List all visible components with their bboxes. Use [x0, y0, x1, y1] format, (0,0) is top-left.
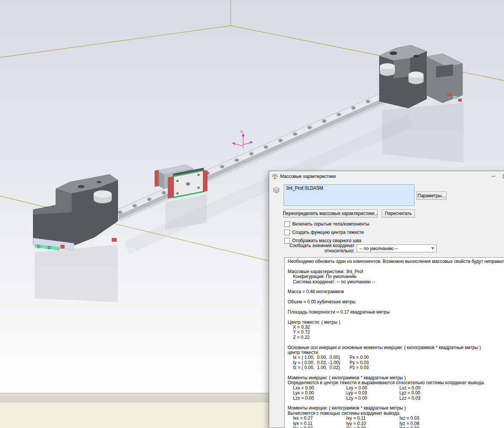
- mass-line: Масса = 0.48 килограммов: [285, 289, 504, 294]
- report-coords-label-line1: Сообщать значения координат: [283, 243, 354, 248]
- blank-line: [285, 264, 504, 269]
- end-block-right: [379, 45, 462, 108]
- ixz: Ixz = 0.03: [399, 416, 453, 421]
- lyy: Lyy = 0.03: [346, 391, 399, 396]
- lxz: Lxz = 0.00: [399, 386, 453, 391]
- inertia-cm-header: Моменты инерции: ( килограммов * квадрат…: [285, 375, 504, 380]
- dropdown-value: -- по умолчанию --: [359, 246, 430, 251]
- moment-px: Px = 0.00: [350, 355, 403, 360]
- assembly-icon: [273, 186, 280, 194]
- inertia-cm-subheader: Определяются в центре тяжести и выравнив…: [285, 380, 504, 385]
- principal-subheader: центр тяжести: [285, 350, 504, 355]
- lxx: Lxx = 0.00: [293, 386, 346, 391]
- summary-title: Массовые характеристики: 3nt_Prof: [285, 269, 504, 274]
- blank-line: [285, 284, 504, 289]
- cog-z: Z = 0.22: [285, 335, 504, 340]
- lyx: Lyx = 0.00: [293, 391, 346, 396]
- mass-properties-dialog: Массовые характеристики 3nt_Prof.SLDASM …: [269, 171, 504, 428]
- inertia-out-row: Iyx = 0.11 Iyy = 0.10 Iyz = 0.08: [285, 421, 504, 426]
- iyx: Iyx = 0.11: [293, 421, 346, 426]
- inertia-out-header: Моменты инерции: ( килограммов * квадрат…: [285, 406, 504, 411]
- principal-row: Iz = ( 0.00, 1.00, 0.02) Pz = 0.03: [285, 365, 504, 370]
- minimize-button[interactable]: [488, 173, 499, 180]
- checkbox-include-hidden[interactable]: Включить скрытые тела/компоненты: [284, 221, 369, 227]
- cog-y: Y = 0.72: [285, 330, 504, 335]
- cog-x: X = 0.32: [285, 325, 504, 330]
- checkbox-box-icon[interactable]: [284, 221, 290, 227]
- report-coords-label-line2: относительно:: [283, 248, 354, 253]
- warning-text: Необходимо обновить один из компонентов.…: [285, 259, 504, 264]
- checkbox-label: Отображать массу сварного шва: [292, 238, 361, 243]
- dialog-title: Массовые характеристики: [280, 174, 336, 179]
- blank-line: [285, 295, 504, 300]
- blank-line: [285, 315, 504, 320]
- report-coords-label: Сообщать значения координат относительно…: [283, 243, 354, 253]
- document-name[interactable]: 3nt_Prof.SLDASM: [285, 185, 324, 191]
- checkbox-label: Создать функцию центра тяжести: [292, 230, 364, 235]
- checkbox-create-cog-feature[interactable]: Создать функцию центра тяжести: [284, 229, 364, 235]
- moment-py: Py = 0.03: [350, 360, 403, 365]
- volume-line: Объем = 0.00 кубические метры: [285, 300, 504, 304]
- axis-ix: Ix = ( 1.00, 0.00, 0.00): [293, 355, 350, 360]
- axis-iy: Iy = ( 0.00, 0.02, -1.00): [293, 360, 350, 365]
- override-mass-properties-button[interactable]: Переопределить массовые характеристики..…: [284, 209, 378, 218]
- blank-line: [285, 401, 504, 406]
- maximize-button[interactable]: [499, 173, 504, 180]
- end-block-left: [33, 175, 118, 250]
- inertia-cm-row: Lxx = 0.00 Lxy = 0.00 Lxz = 0.00: [285, 386, 504, 391]
- minimize-icon: [492, 176, 495, 176]
- mass-properties-icon: [272, 173, 278, 179]
- dialog-titlebar[interactable]: Массовые характеристики: [269, 171, 504, 181]
- surface-area-line: Площадь поверхности = 0.17 квадратные ме…: [285, 310, 504, 315]
- blank-line: [285, 371, 504, 375]
- configuration-line: Конфигурация: По умолчанию: [285, 274, 504, 279]
- lzx: Lzx = 0.00: [293, 396, 346, 401]
- inertia-cm-row: Lyx = 0.00 Lyy = 0.03 Lyz = 0.00: [285, 391, 504, 396]
- izz: Izz = 0.33: [399, 426, 453, 428]
- lxy: Lxy = 0.00: [346, 386, 399, 391]
- iyy: Iyy = 0.10: [346, 421, 399, 426]
- chevron-down-icon: [431, 247, 434, 249]
- inertia-out-row: Izx = 0.03 Izy = 0.08 Izz = 0.33: [285, 426, 504, 428]
- iyz: Iyz = 0.08: [399, 421, 453, 426]
- blank-line: [285, 340, 504, 345]
- inertia-cm-row: Lzx = 0.00 Lzy = 0.00 Lzz = 0.03: [285, 396, 504, 401]
- results-panel[interactable]: Необходимо обновить один из компонентов.…: [284, 257, 504, 428]
- recalculate-button[interactable]: Пересчитать: [382, 209, 415, 218]
- lzy: Lzy = 0.00: [346, 396, 399, 401]
- maximize-icon: [503, 175, 504, 178]
- principal-row: Ix = ( 1.00, 0.00, 0.00) Px = 0.00: [285, 355, 504, 360]
- ixy: Ixy = 0.11: [346, 416, 399, 421]
- ixx: Ixx = 0.27: [293, 416, 346, 421]
- options-button[interactable]: Параметры...: [416, 192, 447, 200]
- coord-system-line: Система координат: -- по умолчанию --: [285, 280, 504, 284]
- izy: Izy = 0.08: [346, 426, 399, 428]
- lyz: Lyz = 0.00: [399, 391, 453, 396]
- blank-line: [285, 305, 504, 310]
- cog-header: Центр тяжести: ( метры ): [285, 320, 504, 325]
- principal-header: Основные оси инерции и основные моменты …: [285, 345, 504, 350]
- inertia-out-row: Ixx = 0.27 Ixy = 0.11 Ixz = 0.03: [285, 416, 504, 421]
- principal-row: Iy = ( 0.00, 0.02, -1.00) Py = 0.03: [285, 360, 504, 365]
- inertia-out-subheader: Вычисляется с помощью системы координат …: [285, 411, 504, 416]
- coordinate-triad: Iz: [232, 130, 253, 148]
- checkbox-label: Включить скрытые тела/компоненты: [292, 221, 369, 227]
- lzz: Lzz = 0.03: [399, 396, 453, 401]
- checkbox-box-icon[interactable]: [284, 230, 290, 235]
- coordinate-system-dropdown[interactable]: -- по умолчанию --: [357, 244, 437, 252]
- triad-axis-label: Iz: [240, 130, 243, 134]
- izx: Izx = 0.03: [293, 426, 346, 428]
- axis-iz: Iz = ( 0.00, 1.00, 0.02): [293, 365, 350, 370]
- document-list[interactable]: 3nt_Prof.SLDASM: [284, 184, 415, 206]
- moment-pz: Pz = 0.03: [350, 365, 403, 370]
